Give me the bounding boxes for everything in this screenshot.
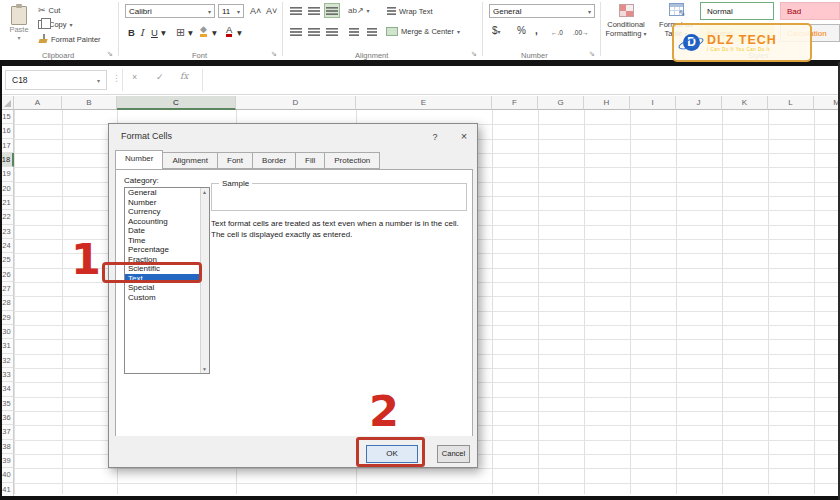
copy-button[interactable]: Copy ▾ xyxy=(38,18,73,30)
category-item-accounting[interactable]: Accounting xyxy=(125,217,199,227)
row-header-25[interactable]: 25 xyxy=(0,253,14,267)
row-header-16[interactable]: 16 xyxy=(0,124,14,138)
fill-color-icon[interactable]: ◆ xyxy=(200,24,207,37)
row-header-26[interactable]: 26 xyxy=(0,268,14,282)
name-box-dropdown-arrow[interactable]: ▾ xyxy=(97,77,100,84)
percent-style-button[interactable]: % xyxy=(517,25,526,36)
font-color-dropdown-arrow[interactable]: ▾ xyxy=(237,24,242,40)
column-header-F[interactable]: F xyxy=(492,96,538,110)
font-name-combobox[interactable]: Calibri▾ xyxy=(125,4,215,18)
copy-dropdown-arrow[interactable]: ▾ xyxy=(70,21,73,28)
column-header-L[interactable]: L xyxy=(768,96,814,110)
decrease-decimal-button[interactable]: .00→ xyxy=(573,29,589,36)
tab-border[interactable]: Border xyxy=(253,152,296,169)
enter-entry-icon[interactable]: ✓ xyxy=(156,72,164,82)
category-item-general[interactable]: General xyxy=(125,188,199,198)
insert-function-icon[interactable]: fx xyxy=(180,71,188,81)
row-header-17[interactable]: 17 xyxy=(0,139,14,153)
font-color-icon[interactable]: A xyxy=(226,24,232,37)
scroll-down-icon[interactable]: ▼ xyxy=(202,366,207,372)
dialog-title-bar[interactable]: Format Cells xyxy=(109,124,477,149)
font-dialog-launcher[interactable]: ⇘ xyxy=(271,50,277,58)
row-header-38[interactable]: 38 xyxy=(0,440,14,454)
row-header-40[interactable]: 40 xyxy=(0,468,14,482)
row-header-32[interactable]: 32 xyxy=(0,354,14,368)
column-header-G[interactable]: G xyxy=(538,96,584,110)
column-header-H[interactable]: H xyxy=(584,96,630,110)
clipboard-dialog-launcher[interactable]: ⇘ xyxy=(107,50,113,58)
paste-dropdown-arrow[interactable]: ▾ xyxy=(4,34,34,41)
column-header-I[interactable]: I xyxy=(630,96,676,110)
middle-align-button[interactable] xyxy=(306,3,322,18)
category-item-number[interactable]: Number xyxy=(125,198,199,208)
column-header-D[interactable]: D xyxy=(236,96,356,110)
category-item-special[interactable]: Special xyxy=(125,283,199,293)
column-header-B[interactable]: B xyxy=(62,96,117,110)
scroll-up-icon[interactable]: ▲ xyxy=(202,189,207,195)
row-header-37[interactable]: 37 xyxy=(0,425,14,439)
row-header-27[interactable]: 27 xyxy=(0,282,14,296)
comma-style-button[interactable]: , xyxy=(535,25,538,36)
number-dialog-launcher[interactable]: ⇘ xyxy=(589,50,595,58)
increase-font-size-button[interactable]: A˄ xyxy=(250,6,261,16)
merge-center-button[interactable]: Merge & Center ▾ xyxy=(386,27,460,36)
category-item-percentage[interactable]: Percentage xyxy=(125,245,199,255)
row-header-21[interactable]: 21 xyxy=(0,196,14,210)
row-header-34[interactable]: 34 xyxy=(0,382,14,396)
select-all-corner[interactable] xyxy=(0,96,14,110)
wrap-text-button[interactable]: Wrap Text xyxy=(387,6,433,16)
row-header-23[interactable]: 23 xyxy=(0,225,14,239)
cell-style-bad[interactable]: Bad xyxy=(780,2,840,20)
category-item-date[interactable]: Date xyxy=(125,226,199,236)
top-align-button[interactable] xyxy=(288,3,304,18)
tab-number[interactable]: Number xyxy=(115,150,163,169)
cancel-button[interactable]: Cancel xyxy=(437,445,470,463)
column-header-C[interactable]: C xyxy=(117,96,236,110)
format-painter-button[interactable]: Format Painter xyxy=(38,33,101,45)
row-header-31[interactable]: 31 xyxy=(0,339,14,353)
underline-button[interactable]: U xyxy=(151,24,158,40)
italic-button[interactable]: I xyxy=(140,24,144,40)
row-header-22[interactable]: 22 xyxy=(0,210,14,224)
paste-button[interactable]: Paste ▾ xyxy=(4,4,34,48)
row-header-35[interactable]: 35 xyxy=(0,397,14,411)
conditional-formatting-button[interactable]: Conditional Formatting ▾ xyxy=(600,2,652,39)
increase-decimal-button[interactable]: ←.0 xyxy=(551,29,563,36)
accounting-format-button[interactable]: $▾ xyxy=(492,25,501,36)
category-item-time[interactable]: Time xyxy=(125,236,199,246)
align-left-button[interactable] xyxy=(288,24,304,39)
align-center-button[interactable] xyxy=(306,24,322,39)
align-right-button[interactable] xyxy=(324,24,340,39)
underline-dropdown-arrow[interactable]: ▾ xyxy=(161,24,166,40)
row-header-18[interactable]: 18 xyxy=(0,153,14,167)
column-header-K[interactable]: K xyxy=(722,96,768,110)
orientation-button[interactable]: ab↗ ▾ xyxy=(348,6,370,15)
row-header-15[interactable]: 15 xyxy=(0,110,14,124)
font-size-combobox[interactable]: 11▾ xyxy=(218,4,244,18)
row-header-30[interactable]: 30 xyxy=(0,325,14,339)
increase-indent-button[interactable] xyxy=(364,24,380,39)
tab-fill[interactable]: Fill xyxy=(296,152,325,169)
category-item-currency[interactable]: Currency xyxy=(125,207,199,217)
decrease-font-size-button[interactable]: A˅ xyxy=(266,6,277,16)
tab-alignment[interactable]: Alignment xyxy=(163,152,218,169)
formula-bar-resize-handle[interactable]: ⋮ xyxy=(112,73,121,83)
bold-button[interactable]: B xyxy=(128,24,135,40)
alignment-dialog-launcher[interactable]: ⇘ xyxy=(471,50,477,58)
column-header-M[interactable]: M xyxy=(814,96,840,110)
row-header-24[interactable]: 24 xyxy=(0,239,14,253)
dialog-close-button[interactable]: × xyxy=(455,129,473,145)
row-header-20[interactable]: 20 xyxy=(0,182,14,196)
cut-button[interactable]: ✂ Cut xyxy=(38,4,60,16)
row-header-28[interactable]: 28 xyxy=(0,296,14,310)
tab-font[interactable]: Font xyxy=(218,152,253,169)
cancel-entry-icon[interactable]: × xyxy=(132,72,137,82)
row-header-39[interactable]: 39 xyxy=(0,454,14,468)
cell-style-normal[interactable]: Normal xyxy=(700,2,774,20)
row-header-41[interactable]: 41 xyxy=(0,483,14,497)
row-header-19[interactable]: 19 xyxy=(0,167,14,181)
bottom-align-button[interactable] xyxy=(324,3,340,18)
number-format-combobox[interactable]: General▾ xyxy=(489,4,595,18)
decrease-indent-button[interactable] xyxy=(346,24,362,39)
formula-input[interactable] xyxy=(206,69,836,91)
